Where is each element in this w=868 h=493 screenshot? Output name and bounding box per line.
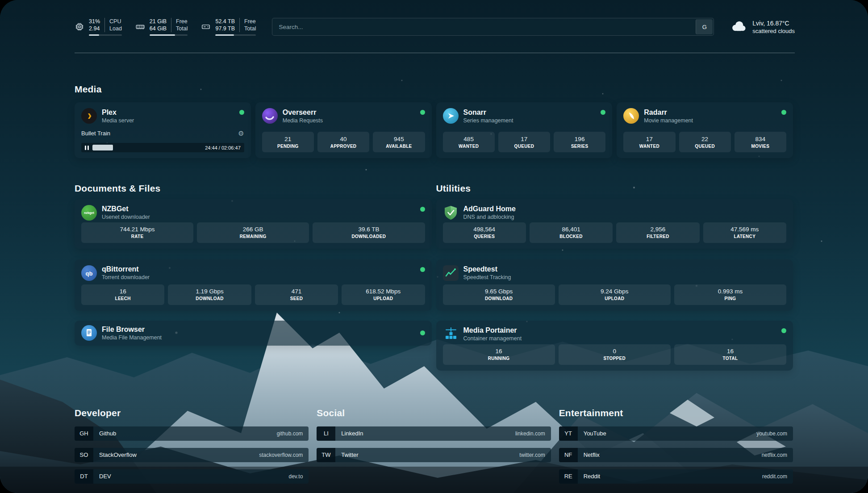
app-name: Speedtest [463,265,511,273]
bookmark-netflix[interactable]: NF Netflix netflix.com [559,448,793,462]
app-card-adguard[interactable]: AdGuard Home DNS and adblocking 498,564 … [436,199,793,249]
cpu-usage-bar [89,34,122,36]
svg-text:qb: qb [86,270,93,276]
bookmarks-section: Developer GH Github github.com SO StackO… [75,400,793,484]
divider [171,18,171,33]
stat-rate: 744.21 Mbps RATE [81,222,193,243]
status-online-dot [420,110,425,115]
status-online-dot [601,110,605,115]
memory-usage-bar [150,34,188,36]
system-widgets: 31% 2.94 CPU Load [75,18,256,36]
bookmark-linkedin[interactable]: LI LinkedIn linkedin.com [317,426,551,441]
weather-condition: scattered clouds [752,28,795,34]
pause-icon[interactable] [85,146,89,150]
bookmarks-developer: Developer GH Github github.com SO StackO… [75,400,309,484]
stat-series: 196 SERIES [554,132,605,152]
disk-icon [201,22,211,32]
status-online-dot [420,330,425,335]
speedtest-icon [443,265,459,281]
memory-widget: 21 GiB 64 GiB Free Total [135,18,188,36]
utilities-section: Utilities [436,175,793,370]
app-name: NZBGet [102,205,150,213]
stat-stopped: 0 STOPPED [559,344,671,365]
status-online-dot [239,110,244,115]
sonarr-icon [443,108,459,124]
app-description: Usenet downloader [102,214,150,220]
media-section: Plex Media server Bullet Train ⚙ [75,102,793,158]
app-card-sonarr[interactable]: Sonarr Series management 485 WANTED 17 Q… [436,102,613,158]
settings-gear-icon[interactable]: ⚙ [238,130,244,137]
disk-total: 97.9 TB [215,25,235,32]
app-description: DNS and adblocking [463,214,516,220]
memory-label-top: Free [176,18,188,25]
bookmark-twitter[interactable]: TW Twitter twitter.com [317,448,551,462]
stat-seed: 471 SEED [255,284,338,305]
cpu-widget: 31% 2.94 CPU Load [75,18,122,36]
weather-location: Lviv, 16.87°C [752,20,795,27]
stat-remaining: 266 GB REMAINING [197,222,309,243]
bookmark-stackoverflow[interactable]: SO StackOverflow stackoverflow.com [75,448,309,462]
stat-wanted: 17 WANTED [623,132,675,152]
app-card-plex[interactable]: Plex Media server Bullet Train ⚙ [75,102,251,158]
bookmark-github[interactable]: GH Github github.com [75,426,309,441]
app-name: Overseerr [283,109,323,117]
bookmarks-entertainment: Entertainment YT YouTube youtube.com NF … [559,400,793,484]
playback-progress-bar[interactable]: 24:44 / 02:06:47 [81,143,244,152]
section-title-entertainment: Entertainment [559,408,793,418]
app-name: Sonarr [463,109,513,117]
section-title-social: Social [317,408,551,418]
app-card-filebrowser[interactable]: File Browser Media File Management [75,321,432,346]
stat-queued: 22 QUEUED [679,132,731,152]
cpu-icon [75,22,84,32]
stat-ping: 0.993 ms PING [674,284,786,305]
stat-available: 945 AVAILABLE [373,132,425,152]
disk-label-bottom: Total [244,25,256,32]
section-title-developer: Developer [75,408,309,418]
app-card-speedtest[interactable]: Speedtest Speedtest Tracking 9.65 Gbps D… [436,259,793,311]
bookmark-dev[interactable]: DT DEV dev.to [75,469,309,484]
bookmark-reddit[interactable]: RE Reddit reddit.com [559,469,793,484]
status-online-dot [781,328,786,333]
memory-icon [135,22,145,32]
cpu-load: 2.94 [89,25,100,32]
app-name: qBittorrent [102,265,150,273]
cpu-label-top: CPU [109,18,122,25]
search-engine-button[interactable]: G [696,19,713,34]
stat-filtered: 2,956 FILTERED [616,222,699,243]
stat-blocked: 86,401 BLOCKED [530,222,613,243]
documents-files-section: Documents & Files nzbget [75,175,432,370]
qbittorrent-icon: qb [81,265,97,281]
cloud-icon [730,20,747,34]
bookmarks-social: Social LI LinkedIn linkedin.com TW Twitt… [317,400,551,484]
app-description: Movie management [644,117,693,124]
app-card-portainer[interactable]: Media Portainer Container management 16 … [436,321,793,371]
stat-total: 16 TOTAL [674,344,786,365]
top-bar: 31% 2.94 CPU Load [75,15,795,38]
stat-downloaded: 39.6 TB DOWNLOADED [313,222,425,243]
stat-queued: 17 QUEUED [498,132,550,152]
stat-wanted: 485 WANTED [443,132,495,152]
app-description: Media server [102,117,134,124]
app-description: Series management [463,117,513,124]
stat-download: 1.19 Gbps DOWNLOAD [168,284,251,305]
radarr-icon [623,108,639,124]
app-name: Plex [102,109,134,117]
svg-text:nzbget: nzbget [84,211,94,215]
cpu-label-bottom: Load [109,25,122,32]
app-card-overseerr[interactable]: Overseerr Media Requests 21 PENDING 40 A… [255,102,432,158]
now-playing-title: Bullet Train [81,130,110,137]
app-name: Radarr [644,109,693,117]
app-description: Speedtest Tracking [463,274,511,280]
app-card-qbittorrent[interactable]: qb qBittorrent Torrent downloader [75,259,432,311]
app-card-nzbget[interactable]: nzbget NZBGet Usenet downloader 74 [75,199,432,249]
stat-pending: 21 PENDING [262,132,314,152]
section-title-documents-files: Documents & Files [75,183,432,194]
stat-approved: 40 APPROVED [317,132,369,152]
app-card-radarr[interactable]: Radarr Movie management 17 WANTED 22 QUE… [617,102,793,158]
section-title-media: Media [75,84,793,95]
app-name: File Browser [102,326,162,334]
bookmark-youtube[interactable]: YT YouTube youtube.com [559,426,793,441]
memory-total: 64 GiB [150,25,167,32]
search-input[interactable] [272,18,695,35]
stat-running: 16 RUNNING [443,344,555,365]
